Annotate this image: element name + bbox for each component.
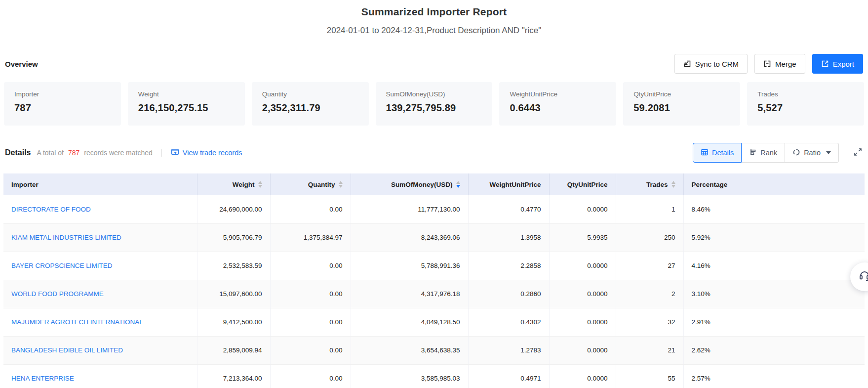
table-row: KIAM METAL INDUSTRIES LIMITED5,905,706.7… bbox=[3, 223, 865, 252]
fullscreen-button[interactable] bbox=[853, 147, 863, 159]
cell-sum_of_money_usd: 5,788,991.36 bbox=[351, 252, 468, 280]
details-section-header: Details A total of 787 records were matc… bbox=[0, 142, 868, 163]
export-icon bbox=[821, 60, 829, 68]
column-header-sum-of-money[interactable]: SumOfMoney(USD) bbox=[351, 173, 468, 195]
cell-importer: KIAM METAL INDUSTRIES LIMITED bbox=[3, 223, 197, 252]
stat-value: 2,352,311.79 bbox=[262, 102, 358, 114]
cell-weight: 7,213,364.00 bbox=[197, 364, 270, 388]
divider bbox=[161, 149, 162, 157]
column-header-importer: Importer bbox=[3, 173, 197, 195]
importer-link[interactable]: HENA ENTERPRISE bbox=[11, 375, 74, 382]
tab-rank[interactable]: Rank bbox=[742, 143, 785, 163]
stat-label: WeightUnitPrice bbox=[510, 90, 606, 98]
importer-link[interactable]: BAYER CROPSCIENCE LIMITED bbox=[11, 262, 113, 269]
cell-importer: MAJUMDER AGROTECH INTERNATIONAL bbox=[3, 308, 197, 336]
export-button[interactable]: Export bbox=[812, 54, 863, 74]
cell-quantity: 0.00 bbox=[270, 195, 351, 223]
sort-icon bbox=[671, 181, 675, 188]
cell-importer: BAYER CROPSCIENCE LIMITED bbox=[3, 252, 197, 280]
column-header-trades[interactable]: Trades bbox=[616, 173, 683, 195]
view-records-icon bbox=[171, 148, 179, 158]
stat-value: 5,527 bbox=[757, 102, 854, 114]
cell-weight_unit_price: 0.2860 bbox=[468, 280, 549, 308]
cell-quantity: 0.00 bbox=[270, 280, 351, 308]
importer-link[interactable]: WORLD FOOD PROGRAMME bbox=[11, 290, 104, 298]
stat-card-quantity: Quantity 2,352,311.79 bbox=[252, 82, 369, 126]
stat-value: 0.6443 bbox=[510, 102, 606, 114]
stat-value: 59.2081 bbox=[633, 102, 730, 114]
cell-trades: 21 bbox=[616, 336, 683, 364]
cell-percentage: 5.92% bbox=[683, 223, 865, 252]
chevron-down-icon bbox=[826, 151, 831, 154]
cell-qty_unit_price: 0.0000 bbox=[549, 252, 616, 280]
cell-importer: DIRECTORATE OF FOOD bbox=[3, 195, 197, 223]
cell-qty_unit_price: 5.9935 bbox=[549, 223, 616, 252]
cell-percentage: 8.46% bbox=[683, 195, 865, 223]
cell-qty_unit_price: 0.0000 bbox=[549, 280, 616, 308]
tab-details[interactable]: Details bbox=[693, 143, 742, 163]
fullscreen-expand-icon bbox=[853, 147, 863, 159]
tab-ratio[interactable]: Ratio bbox=[785, 143, 839, 163]
sync-icon bbox=[683, 60, 691, 68]
cell-qty_unit_price: 0.0000 bbox=[549, 308, 616, 336]
sort-icon-descending-active bbox=[456, 181, 460, 188]
importer-table-container: Importer Weight Quantity SumOfMoney(USD) bbox=[0, 173, 868, 388]
matched-prefix: A total of bbox=[37, 149, 63, 157]
summarized-importer-report-page: Summarized Importer Report 2024-01-01 to… bbox=[0, 0, 868, 388]
table-body: DIRECTORATE OF FOOD24,690,000.000.0011,7… bbox=[3, 195, 865, 388]
sync-to-crm-button[interactable]: Sync to CRM bbox=[674, 54, 748, 74]
stat-value: 787 bbox=[14, 102, 111, 114]
cell-trades: 250 bbox=[616, 223, 683, 252]
column-header-percentage: Percentage bbox=[683, 173, 865, 195]
ratio-circle-icon bbox=[792, 148, 800, 158]
stat-label: Weight bbox=[138, 90, 235, 98]
cell-importer: BANGLADESH EDIBLE OIL LIMITED bbox=[3, 336, 197, 364]
view-switcher: Details Rank Ratio bbox=[693, 143, 839, 163]
sync-to-crm-label: Sync to CRM bbox=[695, 60, 739, 68]
stat-card-importer: Importer 787 bbox=[4, 82, 121, 126]
cell-sum_of_money_usd: 4,317,976.18 bbox=[351, 280, 468, 308]
stat-card-sum-of-money: SumOfMoney(USD) 139,275,795.89 bbox=[376, 82, 493, 126]
overview-section-header: Overview Sync to CRM bbox=[0, 53, 868, 74]
cell-qty_unit_price: 0.0000 bbox=[549, 364, 616, 388]
cell-weight_unit_price: 0.4302 bbox=[468, 308, 549, 336]
importer-link[interactable]: KIAM METAL INDUSTRIES LIMITED bbox=[11, 234, 121, 241]
cell-trades: 1 bbox=[616, 195, 683, 223]
cell-qty_unit_price: 0.0000 bbox=[549, 336, 616, 364]
cell-sum_of_money_usd: 3,654,638.35 bbox=[351, 336, 468, 364]
importer-link[interactable]: DIRECTORATE OF FOOD bbox=[11, 206, 91, 213]
column-header-quantity[interactable]: Quantity bbox=[270, 173, 351, 195]
stat-label: Quantity bbox=[262, 90, 358, 98]
table-row: DIRECTORATE OF FOOD24,690,000.000.0011,7… bbox=[3, 195, 865, 223]
cell-percentage: 4.16% bbox=[683, 252, 865, 280]
importer-link[interactable]: BANGLADESH EDIBLE OIL LIMITED bbox=[11, 346, 123, 354]
cell-trades: 55 bbox=[616, 364, 683, 388]
cell-weight: 15,097,600.00 bbox=[197, 280, 270, 308]
merge-icon bbox=[763, 60, 771, 68]
cell-weight_unit_price: 1.2783 bbox=[468, 336, 549, 364]
cell-weight_unit_price: 2.2858 bbox=[468, 252, 549, 280]
details-heading: Details bbox=[5, 148, 31, 157]
cell-percentage: 3.10% bbox=[683, 280, 865, 308]
cell-quantity: 0.00 bbox=[270, 336, 351, 364]
cell-trades: 27 bbox=[616, 252, 683, 280]
overview-toolbar: Sync to CRM Merge bbox=[674, 54, 863, 74]
table-row: BANGLADESH EDIBLE OIL LIMITED2,859,009.9… bbox=[3, 336, 865, 364]
cell-quantity: 0.00 bbox=[270, 308, 351, 336]
sort-icon bbox=[339, 181, 343, 188]
table-header-row: Importer Weight Quantity SumOfMoney(USD) bbox=[3, 173, 865, 195]
table-row: MAJUMDER AGROTECH INTERNATIONAL9,412,500… bbox=[3, 308, 865, 336]
cell-weight_unit_price: 0.4971 bbox=[468, 364, 549, 388]
cell-weight: 2,859,009.94 bbox=[197, 336, 270, 364]
importer-table: Importer Weight Quantity SumOfMoney(USD) bbox=[3, 173, 865, 388]
tab-rank-label: Rank bbox=[760, 149, 777, 157]
details-table-icon bbox=[701, 148, 709, 158]
matched-suffix: records were matched bbox=[84, 149, 153, 157]
column-header-weight[interactable]: Weight bbox=[197, 173, 270, 195]
importer-link[interactable]: MAJUMDER AGROTECH INTERNATIONAL bbox=[11, 318, 143, 326]
view-trade-records-link[interactable]: View trade records bbox=[171, 148, 242, 158]
overview-stat-cards: Importer 787 Weight 216,150,275.15 Quant… bbox=[0, 82, 868, 126]
tab-details-label: Details bbox=[712, 149, 734, 157]
merge-button[interactable]: Merge bbox=[754, 54, 805, 74]
cell-sum_of_money_usd: 8,243,369.06 bbox=[351, 223, 468, 252]
